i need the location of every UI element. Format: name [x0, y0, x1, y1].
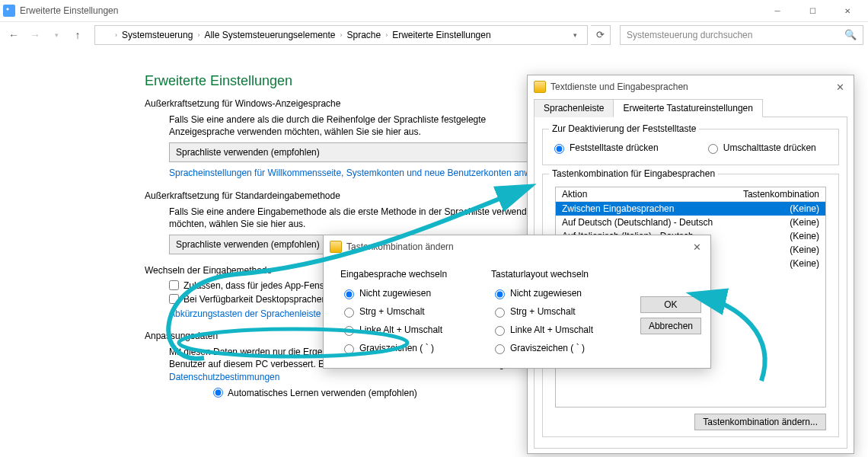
radio-A-0[interactable]: Nicht zugewiesen [340, 287, 467, 299]
dialog2-close-button[interactable]: ✕ [689, 241, 704, 253]
dialog2-title: Tastenkombination ändern [346, 241, 454, 252]
crumb-3[interactable]: Erweiterte Einstellungen [392, 30, 490, 40]
list-header: Aktion Tastenkombination [556, 187, 825, 202]
change-key-sequence-button[interactable]: Tastenkombination ändern... [694, 414, 826, 430]
dialog2-cancel[interactable]: Abbrechen [640, 318, 701, 334]
tab-language-bar[interactable]: Sprachenleiste [534, 99, 614, 117]
change-key-sequence-dialog: Tastenkombination ändern ✕ Eingabesprach… [323, 235, 711, 369]
crumb-1[interactable]: Alle Systemsteuerungselemente [204, 30, 335, 40]
crumb-2[interactable]: Sprache [346, 30, 381, 40]
caps-lock-legend: Zur Deaktivierung der Feststelltaste [549, 123, 699, 134]
section1-body: Falls Sie eine andere als die durch die … [145, 113, 541, 138]
path-icon [100, 30, 110, 40]
dialog1-titlebar: Textdienste und Eingabesprachen ✕ [528, 75, 854, 98]
dialog1-title: Textdienste und Eingabesprachen [550, 81, 688, 92]
dialog2-titlebar: Tastenkombination ändern ✕ [324, 235, 710, 258]
caps-press-radio[interactable]: Feststelltaste drücken [550, 142, 659, 154]
tab-advanced-keyboard[interactable]: Erweiterte Tastatureinstellungen [613, 99, 763, 117]
recent-dropdown[interactable]: ▾ [47, 26, 65, 44]
radio-A-1[interactable]: Strg + Umschalt [340, 305, 467, 318]
welcome-settings-link[interactable]: Spracheinstellungen für Willkommensseite… [169, 168, 556, 178]
window-titlebar: Erweiterte Einstellungen ─ ☐ ✕ [0, 0, 868, 21]
radio-A-2[interactable]: Linke Alt + Umschalt [340, 324, 467, 336]
chevron-right-icon: › [385, 31, 388, 39]
search-box[interactable]: Systemsteuerung durchsuchen 🔍 [620, 25, 863, 45]
section2-body: Falls Sie eine andere Eingabemethode als… [145, 206, 541, 230]
refresh-button[interactable]: ⟳ [591, 25, 611, 45]
privacy-link[interactable]: Datenschutzbestimmungen [169, 372, 279, 382]
forward-button[interactable]: → [26, 26, 44, 44]
close-button[interactable]: ✕ [830, 0, 865, 21]
address-dropdown[interactable]: ▾ [567, 31, 582, 39]
minimize-button[interactable]: ─ [760, 0, 795, 21]
address-bar[interactable]: › Systemsteuerung › Alle Systemsteuerung… [94, 25, 588, 45]
hotkey-legend: Tastenkombination für Eingabesprachen [549, 168, 718, 179]
search-placeholder: Systemsteuerung durchsuchen [627, 30, 752, 40]
navigation-bar: ← → ▾ ↑ › Systemsteuerung › Alle Systems… [0, 21, 868, 47]
display-language-combo[interactable]: Sprachliste verwenden (empfohlen) [169, 142, 565, 162]
colA-title: Eingabesprache wechseln [340, 269, 467, 280]
radio-B-1[interactable]: Strg + Umschalt [491, 305, 617, 318]
list-row-1[interactable]: Auf Deutsch (Deutschland) - Deutsch(Kein… [556, 216, 825, 229]
dialog1-close-button[interactable]: ✕ [832, 81, 847, 93]
radio-B-3[interactable]: Graviszeichen ( ` ) [491, 342, 617, 354]
colB-title: Tastaturlayout wechseln [491, 269, 617, 280]
radio-A-3[interactable]: Graviszeichen ( ` ) [340, 342, 467, 354]
maximize-button[interactable]: ☐ [795, 0, 830, 21]
keyboard-icon [534, 81, 546, 93]
app-icon [3, 5, 15, 17]
dialog2-ok[interactable]: OK [640, 296, 701, 313]
window-title: Erweiterte Einstellungen [20, 5, 118, 16]
keyboard-icon [330, 241, 342, 253]
caps-lock-group: Zur Deaktivierung der Feststelltaste Fes… [542, 123, 839, 165]
chevron-right-icon: › [197, 31, 199, 39]
chevron-right-icon: › [340, 31, 342, 39]
chevron-right-icon: › [115, 31, 117, 39]
input-language-switch-group: Eingabesprache wechseln Nicht zugewiesen… [339, 266, 468, 357]
back-button[interactable]: ← [5, 26, 23, 44]
crumb-0[interactable]: Systemsteuerung [122, 30, 193, 40]
dialog1-tabs: Sprachenleiste Erweiterte Tastatureinste… [534, 98, 847, 117]
list-row-0[interactable]: Zwischen Eingabesprachen(Keine) [556, 202, 825, 216]
radio-B-2[interactable]: Linke Alt + Umschalt [491, 324, 617, 336]
keyboard-layout-switch-group: Tastaturlayout wechseln Nicht zugewiesen… [490, 266, 619, 357]
radio-B-0[interactable]: Nicht zugewiesen [491, 287, 617, 299]
up-button[interactable]: ↑ [69, 26, 87, 44]
search-icon: 🔍 [844, 29, 857, 40]
shift-press-radio[interactable]: Umschalttaste drücken [704, 142, 816, 154]
